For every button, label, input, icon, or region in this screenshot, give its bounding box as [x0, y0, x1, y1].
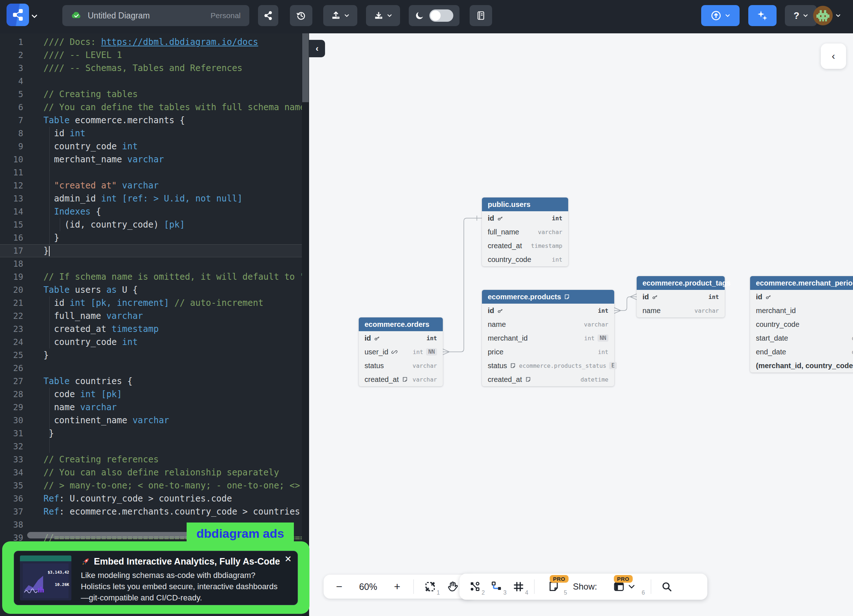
- table-field-row[interactable]: statusvarchar: [359, 359, 443, 373]
- code-line[interactable]: 9 country_code int: [0, 140, 309, 153]
- code-line[interactable]: 27Table countries {: [0, 375, 309, 388]
- code-line[interactable]: 5// Creating tables: [0, 88, 309, 101]
- sticky-note-button[interactable]: PRO 5: [544, 579, 563, 595]
- code-line[interactable]: 34// You can also define relaionship sep…: [0, 466, 309, 479]
- code-line[interactable]: 21 id int [pk, increment] // auto-increm…: [0, 296, 309, 310]
- table-field-row[interactable]: end_datedate: [750, 345, 853, 359]
- code-line[interactable]: 1//// Docs: https://dbml.dbdiagram.io/do…: [0, 35, 309, 49]
- dark-mode-toggle[interactable]: [409, 5, 460, 26]
- table-field-row[interactable]: namevarchar: [637, 303, 725, 317]
- table-field-row[interactable]: country_codeint: [482, 253, 568, 266]
- share-button[interactable]: [258, 5, 278, 26]
- table-field-row[interactable]: created_atvarchar: [359, 373, 443, 386]
- code-line[interactable]: 14 Indexes {: [0, 205, 309, 218]
- table-field-row[interactable]: merchant_idintNN: [482, 331, 614, 345]
- db-table[interactable]: public.usersidintfull_namevarcharcreated…: [482, 197, 568, 266]
- zoom-in-button[interactable]: +: [391, 579, 403, 595]
- code-line[interactable]: 28 code int [pk]: [0, 388, 309, 401]
- table-field-row[interactable]: statusecommerce.products_statusE: [482, 359, 614, 373]
- editor-vertical-scrollbar[interactable]: [302, 33, 309, 616]
- publish-button[interactable]: [701, 5, 739, 26]
- table-field-row[interactable]: namevarchar: [482, 317, 614, 331]
- code-line[interactable]: 22 full_name varchar: [0, 310, 309, 323]
- ai-assistant-button[interactable]: [748, 5, 777, 26]
- db-table[interactable]: ecommerce.productsidintnamevarcharmercha…: [482, 290, 614, 386]
- help-button[interactable]: ?: [785, 5, 817, 26]
- code-line[interactable]: 2//// -- LEVEL 1: [0, 49, 309, 62]
- code-line[interactable]: 8 id int: [0, 127, 309, 140]
- diagram-title-field[interactable]: Untitled Diagram Personal: [62, 5, 249, 26]
- code-line[interactable]: 31 }: [0, 427, 309, 440]
- right-panel-toggle-button[interactable]: ‹: [821, 44, 846, 69]
- table-field-row[interactable]: user_idintNN: [359, 345, 443, 359]
- db-table[interactable]: ecommerce.product_tagsidintnamevarchar: [637, 276, 725, 317]
- ad-content[interactable]: ✕ $3,143,42 10.26K Em: [14, 551, 298, 605]
- code-line[interactable]: 37Ref: ecommerce.merchants.country_code …: [0, 505, 309, 518]
- code-line[interactable]: 18: [0, 257, 309, 270]
- code-line[interactable]: 26: [0, 362, 309, 375]
- editor-vertical-scrollbar-thumb[interactable]: [302, 33, 309, 102]
- code-line[interactable]: 4: [0, 74, 309, 88]
- table-header[interactable]: public.users: [482, 197, 568, 211]
- code-line[interactable]: 35// > many-to-one; < one-to-many; - one…: [0, 479, 309, 492]
- table-field-row[interactable]: country_codeint: [750, 317, 853, 331]
- table-field-row[interactable]: idint: [637, 290, 725, 303]
- docs-button[interactable]: [470, 5, 492, 26]
- grid-button[interactable]: 4: [512, 579, 525, 595]
- table-header[interactable]: ecommerce.products: [482, 290, 614, 303]
- ad-banner[interactable]: ✕ $3,143,42 10.26K Em: [2, 542, 310, 614]
- search-button[interactable]: [660, 579, 673, 595]
- table-header[interactable]: ecommerce.product_tags: [637, 276, 725, 290]
- diagram-canvas[interactable]: public.usersidintfull_namevarcharcreated…: [309, 33, 853, 616]
- code-line[interactable]: 11: [0, 166, 309, 179]
- code-line[interactable]: 29 name varchar: [0, 401, 309, 414]
- code-line[interactable]: 25}: [0, 349, 309, 362]
- zoom-out-button[interactable]: −: [333, 579, 345, 595]
- code-line[interactable]: 17}: [0, 244, 309, 257]
- code-line[interactable]: 16 }: [0, 231, 309, 244]
- import-button[interactable]: [323, 5, 357, 26]
- connector-style-button[interactable]: 3: [491, 579, 503, 595]
- table-field-row[interactable]: priceint: [482, 345, 614, 359]
- table-field-row[interactable]: created_attimestamp: [482, 239, 568, 253]
- code-line[interactable]: 3//// -- Schemas, Tables and References: [0, 62, 309, 74]
- table-field-row[interactable]: full_namevarchar: [482, 225, 568, 239]
- code-line[interactable]: 15 (id, country_code) [pk]: [0, 218, 309, 231]
- code-line[interactable]: 7Table ecommerce.merchants {: [0, 114, 309, 127]
- fit-to-screen-button[interactable]: 1: [424, 579, 436, 595]
- ad-close-icon[interactable]: ✕: [284, 554, 292, 564]
- logo-chevron-down-icon[interactable]: [31, 14, 38, 19]
- code-line[interactable]: 32: [0, 440, 309, 453]
- table-header[interactable]: ecommerce.merchant_periods: [750, 276, 853, 290]
- history-button[interactable]: [290, 5, 313, 26]
- table-field-row[interactable]: idint: [482, 211, 568, 225]
- code-line[interactable]: 12 "created at" varchar: [0, 179, 309, 192]
- toggle-track[interactable]: [430, 9, 453, 22]
- code-line[interactable]: 33// Creating references: [0, 453, 309, 466]
- db-table[interactable]: ecommerce.ordersidintuser_idintNNstatusv…: [359, 317, 443, 386]
- table-field-row[interactable]: idint: [359, 331, 443, 345]
- code-line[interactable]: 24 country_code int: [0, 335, 309, 349]
- table-field-row[interactable]: idint: [750, 290, 853, 303]
- code-line[interactable]: 6// You can define the tables with full …: [0, 101, 309, 114]
- code-line[interactable]: 30 continent_name varchar: [0, 414, 309, 427]
- code-line[interactable]: 19// If schema name is omitted, it will …: [0, 270, 309, 283]
- editor-collapse-button[interactable]: ‹: [309, 40, 325, 57]
- export-button[interactable]: [366, 5, 400, 26]
- diagram-title[interactable]: Untitled Diagram: [88, 11, 205, 21]
- code-line[interactable]: 36Ref: U.country_code > countries.code: [0, 492, 309, 505]
- table-field-row[interactable]: merchant_idint: [750, 303, 853, 317]
- pan-hand-button[interactable]: [446, 579, 459, 595]
- code-line[interactable]: 23 created_at timestamp: [0, 323, 309, 335]
- table-header[interactable]: ecommerce.orders: [359, 317, 443, 331]
- table-field-row[interactable]: idint: [482, 303, 614, 317]
- dbdiagram-logo[interactable]: [6, 4, 29, 26]
- db-table[interactable]: ecommerce.merchant_periodsidintmerchant_…: [750, 276, 853, 373]
- user-avatar[interactable]: [813, 6, 841, 25]
- table-field-row[interactable]: start_datedate: [750, 331, 853, 345]
- table-field-row[interactable]: (merchant_id, country_code): [750, 359, 853, 373]
- auto-arrange-button[interactable]: 2: [469, 579, 481, 595]
- table-display-mode-dropdown[interactable]: PRO 6: [607, 579, 641, 595]
- code-line[interactable]: 20Table users as U {: [0, 283, 309, 296]
- code-line[interactable]: 13 admin_id int [ref: > U.id, not null]: [0, 192, 309, 205]
